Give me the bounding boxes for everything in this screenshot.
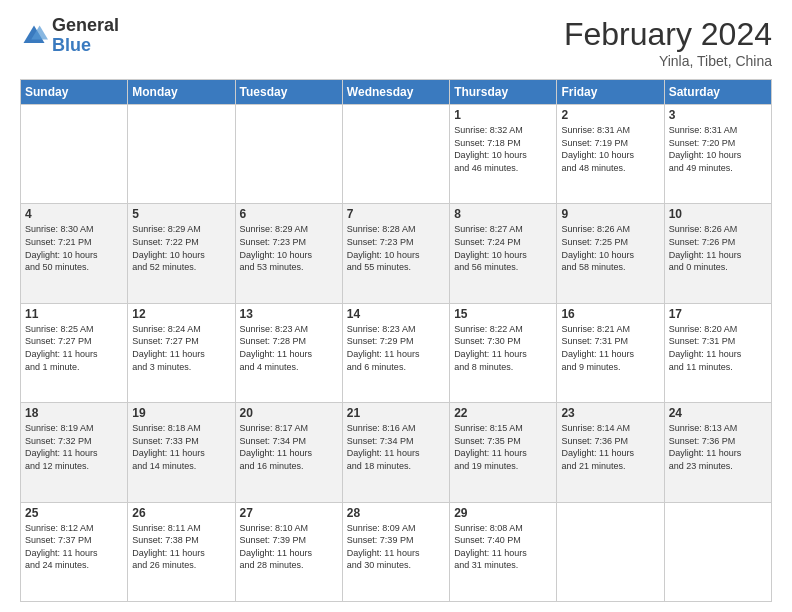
day-info: Sunrise: 8:32 AM Sunset: 7:18 PM Dayligh… bbox=[454, 124, 552, 174]
calendar-cell: 28Sunrise: 8:09 AM Sunset: 7:39 PM Dayli… bbox=[342, 502, 449, 601]
calendar-cell: 15Sunrise: 8:22 AM Sunset: 7:30 PM Dayli… bbox=[450, 303, 557, 402]
day-number: 1 bbox=[454, 108, 552, 122]
day-info: Sunrise: 8:21 AM Sunset: 7:31 PM Dayligh… bbox=[561, 323, 659, 373]
calendar-week-row: 25Sunrise: 8:12 AM Sunset: 7:37 PM Dayli… bbox=[21, 502, 772, 601]
calendar-cell: 18Sunrise: 8:19 AM Sunset: 7:32 PM Dayli… bbox=[21, 403, 128, 502]
weekday-header: Saturday bbox=[664, 80, 771, 105]
day-info: Sunrise: 8:08 AM Sunset: 7:40 PM Dayligh… bbox=[454, 522, 552, 572]
day-number: 6 bbox=[240, 207, 338, 221]
day-number: 22 bbox=[454, 406, 552, 420]
day-info: Sunrise: 8:22 AM Sunset: 7:30 PM Dayligh… bbox=[454, 323, 552, 373]
day-info: Sunrise: 8:27 AM Sunset: 7:24 PM Dayligh… bbox=[454, 223, 552, 273]
page: General Blue February 2024 Yinla, Tibet,… bbox=[0, 0, 792, 612]
calendar-cell: 1Sunrise: 8:32 AM Sunset: 7:18 PM Daylig… bbox=[450, 105, 557, 204]
calendar-cell: 12Sunrise: 8:24 AM Sunset: 7:27 PM Dayli… bbox=[128, 303, 235, 402]
calendar-cell: 3Sunrise: 8:31 AM Sunset: 7:20 PM Daylig… bbox=[664, 105, 771, 204]
day-number: 4 bbox=[25, 207, 123, 221]
calendar-cell bbox=[342, 105, 449, 204]
day-number: 25 bbox=[25, 506, 123, 520]
day-number: 17 bbox=[669, 307, 767, 321]
weekday-header: Friday bbox=[557, 80, 664, 105]
calendar-cell: 19Sunrise: 8:18 AM Sunset: 7:33 PM Dayli… bbox=[128, 403, 235, 502]
day-info: Sunrise: 8:28 AM Sunset: 7:23 PM Dayligh… bbox=[347, 223, 445, 273]
calendar-cell: 9Sunrise: 8:26 AM Sunset: 7:25 PM Daylig… bbox=[557, 204, 664, 303]
calendar-week-row: 4Sunrise: 8:30 AM Sunset: 7:21 PM Daylig… bbox=[21, 204, 772, 303]
calendar-week-row: 1Sunrise: 8:32 AM Sunset: 7:18 PM Daylig… bbox=[21, 105, 772, 204]
calendar-cell: 17Sunrise: 8:20 AM Sunset: 7:31 PM Dayli… bbox=[664, 303, 771, 402]
day-number: 19 bbox=[132, 406, 230, 420]
day-info: Sunrise: 8:16 AM Sunset: 7:34 PM Dayligh… bbox=[347, 422, 445, 472]
calendar-cell: 13Sunrise: 8:23 AM Sunset: 7:28 PM Dayli… bbox=[235, 303, 342, 402]
calendar-cell bbox=[557, 502, 664, 601]
day-number: 20 bbox=[240, 406, 338, 420]
day-info: Sunrise: 8:31 AM Sunset: 7:20 PM Dayligh… bbox=[669, 124, 767, 174]
day-number: 15 bbox=[454, 307, 552, 321]
calendar-cell: 21Sunrise: 8:16 AM Sunset: 7:34 PM Dayli… bbox=[342, 403, 449, 502]
day-info: Sunrise: 8:29 AM Sunset: 7:23 PM Dayligh… bbox=[240, 223, 338, 273]
day-number: 14 bbox=[347, 307, 445, 321]
day-info: Sunrise: 8:09 AM Sunset: 7:39 PM Dayligh… bbox=[347, 522, 445, 572]
calendar-cell: 23Sunrise: 8:14 AM Sunset: 7:36 PM Dayli… bbox=[557, 403, 664, 502]
day-info: Sunrise: 8:11 AM Sunset: 7:38 PM Dayligh… bbox=[132, 522, 230, 572]
day-number: 8 bbox=[454, 207, 552, 221]
calendar-week-row: 11Sunrise: 8:25 AM Sunset: 7:27 PM Dayli… bbox=[21, 303, 772, 402]
day-info: Sunrise: 8:10 AM Sunset: 7:39 PM Dayligh… bbox=[240, 522, 338, 572]
weekday-header: Monday bbox=[128, 80, 235, 105]
day-number: 12 bbox=[132, 307, 230, 321]
calendar-cell: 14Sunrise: 8:23 AM Sunset: 7:29 PM Dayli… bbox=[342, 303, 449, 402]
day-info: Sunrise: 8:31 AM Sunset: 7:19 PM Dayligh… bbox=[561, 124, 659, 174]
calendar-cell: 10Sunrise: 8:26 AM Sunset: 7:26 PM Dayli… bbox=[664, 204, 771, 303]
calendar-cell: 16Sunrise: 8:21 AM Sunset: 7:31 PM Dayli… bbox=[557, 303, 664, 402]
day-number: 13 bbox=[240, 307, 338, 321]
day-info: Sunrise: 8:29 AM Sunset: 7:22 PM Dayligh… bbox=[132, 223, 230, 273]
day-number: 29 bbox=[454, 506, 552, 520]
calendar-table: SundayMondayTuesdayWednesdayThursdayFrid… bbox=[20, 79, 772, 602]
day-info: Sunrise: 8:23 AM Sunset: 7:29 PM Dayligh… bbox=[347, 323, 445, 373]
day-number: 16 bbox=[561, 307, 659, 321]
logo-general: General bbox=[52, 16, 119, 36]
day-info: Sunrise: 8:12 AM Sunset: 7:37 PM Dayligh… bbox=[25, 522, 123, 572]
calendar-cell bbox=[21, 105, 128, 204]
day-info: Sunrise: 8:30 AM Sunset: 7:21 PM Dayligh… bbox=[25, 223, 123, 273]
calendar-cell: 24Sunrise: 8:13 AM Sunset: 7:36 PM Dayli… bbox=[664, 403, 771, 502]
calendar-cell: 22Sunrise: 8:15 AM Sunset: 7:35 PM Dayli… bbox=[450, 403, 557, 502]
day-info: Sunrise: 8:13 AM Sunset: 7:36 PM Dayligh… bbox=[669, 422, 767, 472]
day-info: Sunrise: 8:15 AM Sunset: 7:35 PM Dayligh… bbox=[454, 422, 552, 472]
title-month: February 2024 bbox=[564, 16, 772, 53]
day-number: 10 bbox=[669, 207, 767, 221]
calendar-cell: 6Sunrise: 8:29 AM Sunset: 7:23 PM Daylig… bbox=[235, 204, 342, 303]
calendar-header-row: SundayMondayTuesdayWednesdayThursdayFrid… bbox=[21, 80, 772, 105]
title-location: Yinla, Tibet, China bbox=[564, 53, 772, 69]
day-number: 28 bbox=[347, 506, 445, 520]
day-info: Sunrise: 8:14 AM Sunset: 7:36 PM Dayligh… bbox=[561, 422, 659, 472]
calendar-cell: 5Sunrise: 8:29 AM Sunset: 7:22 PM Daylig… bbox=[128, 204, 235, 303]
weekday-header: Tuesday bbox=[235, 80, 342, 105]
weekday-header: Sunday bbox=[21, 80, 128, 105]
day-number: 18 bbox=[25, 406, 123, 420]
calendar-cell: 8Sunrise: 8:27 AM Sunset: 7:24 PM Daylig… bbox=[450, 204, 557, 303]
logo-icon bbox=[20, 22, 48, 50]
title-block: February 2024 Yinla, Tibet, China bbox=[564, 16, 772, 69]
calendar-cell bbox=[128, 105, 235, 204]
calendar-cell: 27Sunrise: 8:10 AM Sunset: 7:39 PM Dayli… bbox=[235, 502, 342, 601]
calendar-week-row: 18Sunrise: 8:19 AM Sunset: 7:32 PM Dayli… bbox=[21, 403, 772, 502]
calendar-cell: 11Sunrise: 8:25 AM Sunset: 7:27 PM Dayli… bbox=[21, 303, 128, 402]
calendar-cell: 4Sunrise: 8:30 AM Sunset: 7:21 PM Daylig… bbox=[21, 204, 128, 303]
day-info: Sunrise: 8:26 AM Sunset: 7:26 PM Dayligh… bbox=[669, 223, 767, 273]
calendar-cell: 7Sunrise: 8:28 AM Sunset: 7:23 PM Daylig… bbox=[342, 204, 449, 303]
day-number: 11 bbox=[25, 307, 123, 321]
day-number: 24 bbox=[669, 406, 767, 420]
calendar-cell: 2Sunrise: 8:31 AM Sunset: 7:19 PM Daylig… bbox=[557, 105, 664, 204]
day-info: Sunrise: 8:26 AM Sunset: 7:25 PM Dayligh… bbox=[561, 223, 659, 273]
logo-blue: Blue bbox=[52, 36, 119, 56]
calendar-cell: 29Sunrise: 8:08 AM Sunset: 7:40 PM Dayli… bbox=[450, 502, 557, 601]
logo: General Blue bbox=[20, 16, 119, 56]
calendar-cell bbox=[235, 105, 342, 204]
day-number: 9 bbox=[561, 207, 659, 221]
day-info: Sunrise: 8:20 AM Sunset: 7:31 PM Dayligh… bbox=[669, 323, 767, 373]
day-number: 2 bbox=[561, 108, 659, 122]
day-info: Sunrise: 8:23 AM Sunset: 7:28 PM Dayligh… bbox=[240, 323, 338, 373]
day-number: 7 bbox=[347, 207, 445, 221]
logo-text: General Blue bbox=[52, 16, 119, 56]
day-info: Sunrise: 8:25 AM Sunset: 7:27 PM Dayligh… bbox=[25, 323, 123, 373]
